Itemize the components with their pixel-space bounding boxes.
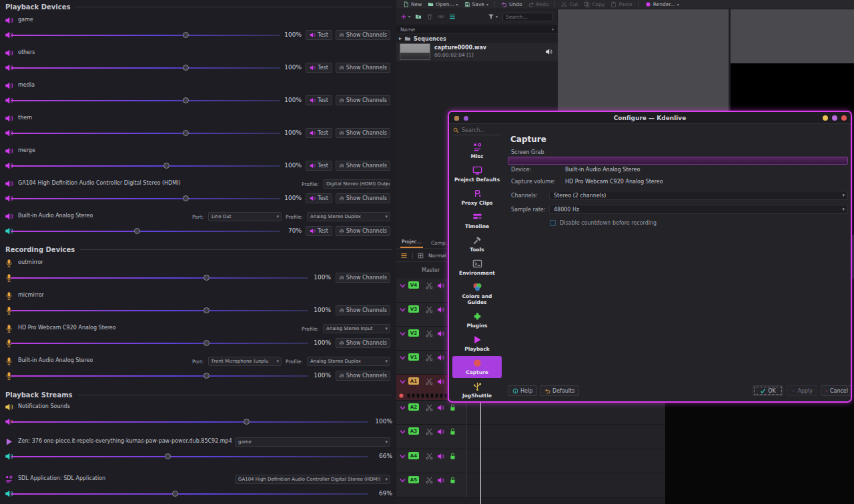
track-cut-icon[interactable] <box>426 428 433 435</box>
slider-handle[interactable] <box>163 163 169 169</box>
slider-handle[interactable] <box>165 453 171 459</box>
channels-select[interactable]: Stereo (2 channels) <box>549 191 848 200</box>
bin-folder-row[interactable]: ▸ Sequences <box>396 35 558 43</box>
track-mute-icon[interactable] <box>437 354 444 361</box>
samplerate-select[interactable]: 48000 Hz <box>549 205 848 214</box>
track-mute-icon[interactable] <box>437 404 444 411</box>
track-tag[interactable]: A4 <box>408 452 419 459</box>
volume-slider[interactable] <box>11 133 280 134</box>
track-header[interactable]: A3 <box>396 425 467 449</box>
track-lock-icon[interactable] <box>449 477 456 484</box>
filter-funnel-icon[interactable] <box>488 13 494 20</box>
settings-search[interactable] <box>453 127 501 135</box>
show-channels-button[interactable]: Show Channels <box>336 226 390 236</box>
test-button[interactable]: Test <box>306 226 332 236</box>
track-tag[interactable]: A3 <box>408 427 419 435</box>
settings-nav-misc[interactable]: Misc <box>452 140 502 162</box>
delete-icon[interactable] <box>426 13 433 20</box>
paste-button[interactable]: Paste <box>610 1 632 7</box>
undo-button[interactable]: Undo <box>501 1 522 7</box>
bin-clip-row[interactable]: capture0000.wav 00:00:02:04 [1] <box>396 43 558 61</box>
settings-nav-timeline[interactable]: Timeline <box>452 210 502 232</box>
profile-select[interactable]: Digital Stereo (HDMI) Output <box>323 179 390 189</box>
profile-select[interactable]: Analog Stereo Input <box>323 324 390 333</box>
cancel-button[interactable]: Cancel <box>821 385 852 396</box>
track-mute-icon[interactable] <box>437 453 444 460</box>
track-mute-icon[interactable] <box>437 428 444 435</box>
show-channels-button[interactable]: Show Channels <box>336 128 390 138</box>
volume-slider[interactable] <box>11 343 308 344</box>
test-button[interactable]: Test <box>306 193 332 203</box>
render-button[interactable]: Render...▾ <box>645 1 679 7</box>
profile-select[interactable]: Analog Stereo Duplex <box>307 357 390 366</box>
master-track-label[interactable]: Master <box>422 267 440 273</box>
track-mute-icon[interactable] <box>437 306 444 313</box>
track-tag[interactable]: V3 <box>408 305 419 313</box>
slider-handle[interactable] <box>203 373 209 379</box>
track-tag[interactable]: A5 <box>408 476 419 483</box>
test-button[interactable]: Test <box>306 161 332 171</box>
window-pin-icon[interactable] <box>464 116 468 121</box>
volume-slider[interactable] <box>11 375 308 377</box>
track-tag[interactable]: A2 <box>408 403 419 411</box>
track-header[interactable]: A5 <box>396 473 467 498</box>
slider-handle[interactable] <box>183 65 189 71</box>
capture-volume-value[interactable]: HD Pro Webcam C920 Analog Stereo <box>565 179 663 185</box>
save-button[interactable]: Save▾ <box>464 1 488 7</box>
dialog-titlebar[interactable]: Configure — Kdenlive <box>449 112 851 124</box>
window-menu-icon[interactable] <box>454 116 459 121</box>
track-mute-icon[interactable] <box>437 282 444 289</box>
collapse-chevron-icon[interactable] <box>399 282 406 289</box>
volume-slider[interactable] <box>11 165 280 167</box>
volume-slider[interactable] <box>11 198 280 199</box>
slider-handle[interactable] <box>172 491 178 497</box>
track-mute-icon[interactable] <box>437 477 444 484</box>
test-button[interactable]: Test <box>306 30 332 40</box>
slider-handle[interactable] <box>183 130 189 136</box>
show-channels-button[interactable]: Show Channels <box>336 63 390 73</box>
settings-nav-plugins[interactable]: Plugins <box>452 309 502 331</box>
settings-nav-project-defaults[interactable]: Project Defaults <box>452 163 502 185</box>
slider-handle[interactable] <box>183 32 189 38</box>
track-lane[interactable] <box>467 473 665 498</box>
settings-nav-capture[interactable]: Capture <box>452 356 502 378</box>
collapse-chevron-icon[interactable] <box>399 378 406 385</box>
show-channels-button[interactable]: Show Channels <box>336 193 390 203</box>
settings-nav-jogshuttle[interactable]: JogShuttle <box>452 379 502 401</box>
maximize-button[interactable] <box>832 115 837 121</box>
create-folder-icon[interactable] <box>415 13 422 20</box>
show-channels-button[interactable]: Show Channels <box>336 161 390 171</box>
track-cut-icon[interactable] <box>426 477 433 484</box>
ok-button[interactable]: OK <box>753 385 783 396</box>
track-cut-icon[interactable] <box>426 306 433 313</box>
record-armed-icon[interactable] <box>398 393 404 399</box>
collapse-chevron-icon[interactable] <box>399 477 406 484</box>
test-button[interactable]: Test <box>306 63 332 73</box>
view-mode-icon[interactable] <box>449 13 456 20</box>
track-lock-icon[interactable] <box>449 404 456 411</box>
track-cut-icon[interactable] <box>426 404 433 411</box>
capture-path-field[interactable] <box>508 157 848 165</box>
volume-slider[interactable] <box>11 310 308 311</box>
test-button[interactable]: Test <box>306 95 332 105</box>
track-cut-icon[interactable] <box>426 354 433 361</box>
copy-button[interactable]: Copy <box>584 1 604 7</box>
settings-nav-tools[interactable]: Tools <box>452 233 502 255</box>
port-select[interactable]: Front Microphone (unplu <box>208 357 282 366</box>
close-button[interactable] <box>841 115 847 121</box>
track-tag[interactable]: V2 <box>408 329 419 337</box>
track-tag[interactable]: V1 <box>408 353 419 361</box>
track-lock-icon[interactable] <box>449 428 456 435</box>
redo-button[interactable]: Redo <box>528 1 549 7</box>
volume-slider[interactable] <box>11 421 368 423</box>
settings-nav-proxy-clips[interactable]: Proxy Clips <box>452 187 502 209</box>
collapse-chevron-icon[interactable] <box>399 453 406 460</box>
track-lane[interactable] <box>467 401 665 425</box>
volume-slider[interactable] <box>11 456 368 457</box>
port-select[interactable]: Line Out <box>208 212 282 221</box>
slider-handle[interactable] <box>183 195 189 201</box>
show-channels-button[interactable]: Show Channels <box>336 371 390 381</box>
show-channels-button[interactable]: Show Channels <box>336 95 390 105</box>
profile-select[interactable]: Analog Stereo Duplex <box>307 212 390 221</box>
new-button[interactable]: New <box>403 1 422 7</box>
